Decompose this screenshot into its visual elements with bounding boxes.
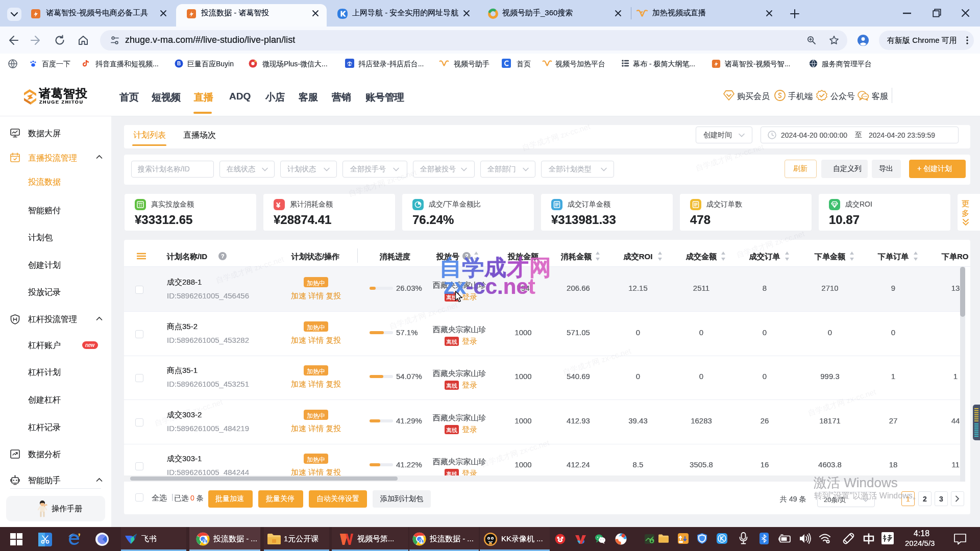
svg-text:B: B bbox=[177, 61, 181, 66]
